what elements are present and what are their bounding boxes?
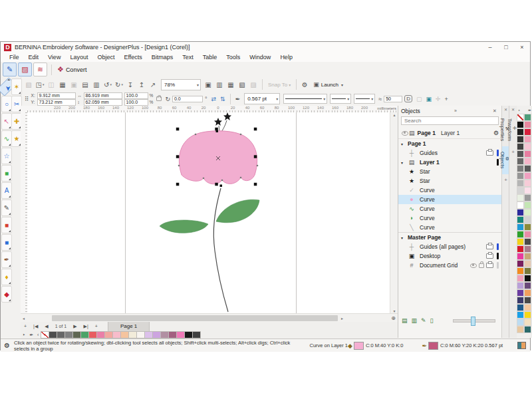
new-layer-button[interactable]: ▤ xyxy=(402,317,408,324)
color-swatch[interactable] xyxy=(524,304,531,311)
scroll-left-icon[interactable]: ◂ xyxy=(21,316,27,321)
color-swatch[interactable] xyxy=(524,238,531,245)
scrollbar-thumb[interactable] xyxy=(52,315,338,321)
color-swatch[interactable] xyxy=(517,172,524,180)
color-swatch[interactable] xyxy=(524,216,531,223)
color-swatch[interactable] xyxy=(524,128,531,136)
flower-petal-object[interactable] xyxy=(179,131,257,184)
scroll-down-icon[interactable]: ▾ xyxy=(393,309,395,313)
color-swatch[interactable] xyxy=(517,194,524,201)
color-swatch[interactable] xyxy=(524,209,531,216)
outline-color-swatch[interactable] xyxy=(428,342,438,350)
menu-view[interactable]: View xyxy=(43,53,65,62)
selection-handle[interactable] xyxy=(176,183,180,186)
color-swatch[interactable] xyxy=(517,136,524,143)
objects-tree-row[interactable]: ▣ Desktop xyxy=(398,251,501,261)
embroidery-canvas-button[interactable]: ▨ xyxy=(18,63,32,76)
stem-curve-object[interactable] xyxy=(213,188,228,312)
color-swatch[interactable] xyxy=(524,158,531,165)
zoom-level-select[interactable]: 78% ▾ xyxy=(161,79,201,90)
previous-page-button[interactable]: ◀ xyxy=(41,322,51,331)
color-swatch[interactable] xyxy=(517,253,524,260)
objects-tree-row[interactable]: ┼ Guides xyxy=(398,148,501,158)
palette-flyout-icon[interactable]: ‣ xyxy=(21,332,27,338)
color-swatch[interactable] xyxy=(524,165,531,172)
import-button[interactable]: ↧ xyxy=(125,79,136,90)
copy-button[interactable]: ▤ xyxy=(80,79,90,90)
objects-tree-row[interactable]: ◗ Curve xyxy=(398,213,501,223)
outline-color-tool[interactable]: ♦ xyxy=(1,269,12,285)
color-swatch[interactable] xyxy=(524,267,531,275)
color-swatch[interactable] xyxy=(517,238,524,245)
tab-transform[interactable]: ✛Transform xyxy=(509,113,517,146)
color-swatch[interactable] xyxy=(517,201,524,209)
page-tab[interactable]: Page 1 xyxy=(108,322,150,331)
status-gear-icon[interactable]: ⚙ xyxy=(4,342,10,349)
layer-color-bar[interactable] xyxy=(497,262,499,269)
color-swatch[interactable] xyxy=(517,275,524,282)
save-button[interactable]: ◫ xyxy=(46,79,57,90)
selection-handle[interactable] xyxy=(254,128,257,131)
menu-layout[interactable]: Layout xyxy=(65,53,92,62)
edit-layer-button[interactable]: ✎ xyxy=(421,317,426,324)
color-swatch[interactable] xyxy=(524,201,531,209)
view-pages-button[interactable]: ▦ xyxy=(225,79,236,90)
mirror-horizontal-button[interactable]: ⇄ xyxy=(211,96,217,102)
visibility-lock-print-icons[interactable] xyxy=(469,263,494,268)
minimize-button[interactable]: – xyxy=(482,43,498,53)
curve-node[interactable] xyxy=(203,178,205,180)
close-button[interactable]: × xyxy=(514,43,530,53)
artwork-canvas-button[interactable]: ✎ xyxy=(3,63,17,76)
edit-fill-button[interactable]: ▣ xyxy=(426,96,432,102)
star-object[interactable] xyxy=(214,118,222,126)
outline-width-select[interactable]: 0.567 pt ▾ xyxy=(244,93,280,104)
curve-node[interactable] xyxy=(221,180,223,182)
color-swatch[interactable] xyxy=(517,319,524,326)
color-swatch[interactable] xyxy=(517,158,524,165)
open-button[interactable]: ◳▾ xyxy=(35,79,45,90)
layer-opacity-slider[interactable] xyxy=(453,319,495,323)
menu-window[interactable]: Window xyxy=(245,53,275,62)
objects-tree-row[interactable]: ∿ Curve xyxy=(398,204,501,213)
export-button[interactable]: ↥ xyxy=(136,79,147,90)
objects-search-input[interactable] xyxy=(401,116,499,125)
color-swatch[interactable] xyxy=(524,326,531,333)
color-swatch[interactable] xyxy=(517,143,524,150)
undo-button[interactable]: ↺▾ xyxy=(102,79,113,90)
menu-help[interactable]: Help xyxy=(275,53,297,62)
launch-button[interactable]: ▣ Launch ▾ xyxy=(313,81,343,88)
color-swatch[interactable] xyxy=(524,282,531,289)
convert-button[interactable]: ❖ Convert xyxy=(55,63,91,76)
leaf-object[interactable] xyxy=(160,220,208,233)
expand-triangle-icon[interactable]: ▾ xyxy=(401,160,408,165)
menu-text[interactable]: Text xyxy=(178,53,198,62)
leaf-object[interactable] xyxy=(216,200,259,223)
start-arrowhead-select[interactable]: ▾ xyxy=(330,94,351,104)
color-swatch[interactable] xyxy=(517,282,524,289)
color-swatch[interactable] xyxy=(517,128,524,136)
color-swatch[interactable] xyxy=(524,297,531,304)
print-button[interactable]: ▦ xyxy=(57,79,68,90)
objects-tree-row[interactable]: ★ Star xyxy=(398,167,501,176)
paste-button[interactable]: ▥ xyxy=(91,79,102,90)
rectangle-tool[interactable]: ■ xyxy=(1,234,12,251)
color-swatch[interactable] xyxy=(524,143,531,150)
pencil-tool[interactable]: ✎ xyxy=(1,200,12,216)
printer-icon[interactable] xyxy=(486,253,493,259)
lock-icon[interactable] xyxy=(479,263,484,268)
color-swatch[interactable] xyxy=(524,275,531,282)
expand-triangle-icon[interactable]: ▾ xyxy=(401,235,408,240)
menu-file[interactable]: File xyxy=(5,53,24,62)
show-stitches-button[interactable]: ≋ xyxy=(33,63,47,76)
delete-layer-button[interactable]: ▯ xyxy=(430,317,434,324)
object-height-field[interactable]: 62.059 mm xyxy=(84,99,122,106)
menu-edit[interactable]: Edit xyxy=(24,53,44,62)
color-swatch[interactable] xyxy=(517,114,524,121)
color-swatch[interactable] xyxy=(517,231,524,238)
color-swatch[interactable] xyxy=(517,209,524,216)
active-page-label[interactable]: Page 1 xyxy=(418,130,436,136)
selection-handle[interactable] xyxy=(176,155,180,158)
color-swatch[interactable] xyxy=(517,326,524,333)
x-position-field[interactable]: 9.912 mm xyxy=(37,92,76,99)
palette-scroll-left-icon[interactable]: ‹ xyxy=(35,332,41,337)
